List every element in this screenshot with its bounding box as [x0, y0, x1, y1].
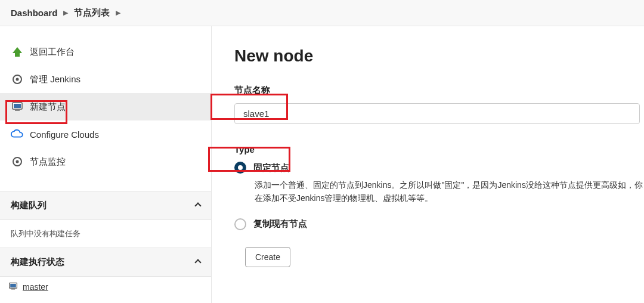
sidebar-item-configure-clouds[interactable]: Configure Clouds: [0, 120, 211, 148]
breadcrumb-separator: ▶: [63, 9, 68, 17]
breadcrumb: Dashboard ▶ 节点列表 ▶: [0, 0, 644, 26]
svg-rect-8: [10, 284, 16, 287]
type-radio-fixed[interactable]: 固定节点: [234, 162, 644, 174]
create-button[interactable]: Create: [245, 247, 290, 267]
sidebar-item-label: 管理 Jenkins: [30, 74, 80, 85]
monitor-icon: [11, 100, 24, 113]
svg-rect-3: [14, 104, 21, 108]
build-queue-header[interactable]: 构建队列: [0, 191, 211, 220]
svg-rect-4: [15, 110, 20, 111]
main-content: New node 节点名称 Type 固定节点 添加一个普通、固定的节点到Jen…: [212, 26, 644, 303]
breadcrumb-dashboard[interactable]: Dashboard: [11, 8, 57, 18]
build-executor-header[interactable]: 构建执行状态: [0, 248, 211, 277]
page-title: New node: [234, 47, 644, 66]
sidebar-item-node-monitor[interactable]: 节点监控: [0, 148, 211, 175]
sidebar-item-manage-jenkins[interactable]: 管理 Jenkins: [0, 66, 211, 93]
sidebar-item-back[interactable]: 返回工作台: [0, 38, 211, 66]
sidebar-item-label: 返回工作台: [30, 47, 75, 58]
sidebar-item-label: 节点监控: [30, 156, 66, 168]
sidebar: 返回工作台 管理 Jenkins 新建节点 Configure Clouds: [0, 26, 212, 303]
type-fixed-desc: 添加一个普通、固定的节点到Jenkins。之所以叫做"固定"，是因为Jenkin…: [255, 178, 644, 205]
node-name-input[interactable]: [234, 103, 640, 124]
build-queue-title: 构建队列: [11, 200, 47, 211]
svg-point-6: [16, 160, 19, 163]
svg-point-1: [16, 78, 19, 81]
breadcrumb-separator: ▶: [116, 9, 120, 17]
radio-unselected-icon: [234, 218, 246, 230]
executor-master[interactable]: master: [0, 277, 211, 297]
type-label: Type: [234, 144, 644, 154]
sidebar-item-label: Configure Clouds: [30, 129, 99, 140]
chevron-up-icon: [194, 202, 201, 209]
radio-selected-icon: [234, 162, 246, 174]
build-executor-title: 构建执行状态: [11, 256, 64, 268]
gear-icon: [11, 73, 24, 86]
type-radio-copy[interactable]: 复制现有节点: [234, 218, 644, 230]
type-fixed-label: 固定节点: [253, 162, 289, 174]
type-copy-label: 复制现有节点: [253, 218, 307, 230]
breadcrumb-nodes[interactable]: 节点列表: [74, 7, 110, 18]
build-queue-empty: 队列中没有构建任务: [0, 220, 211, 248]
arrow-up-icon: [11, 45, 24, 58]
cloud-icon: [11, 128, 24, 141]
chevron-up-icon: [194, 259, 201, 265]
sidebar-item-label: 新建节点: [30, 101, 66, 113]
sidebar-item-new-node[interactable]: 新建节点: [0, 93, 211, 120]
executor-label: master: [23, 282, 48, 292]
monitor-icon: [8, 282, 19, 292]
node-name-label: 节点名称: [234, 85, 644, 96]
svg-rect-9: [11, 289, 15, 290]
gear-icon: [11, 155, 24, 168]
